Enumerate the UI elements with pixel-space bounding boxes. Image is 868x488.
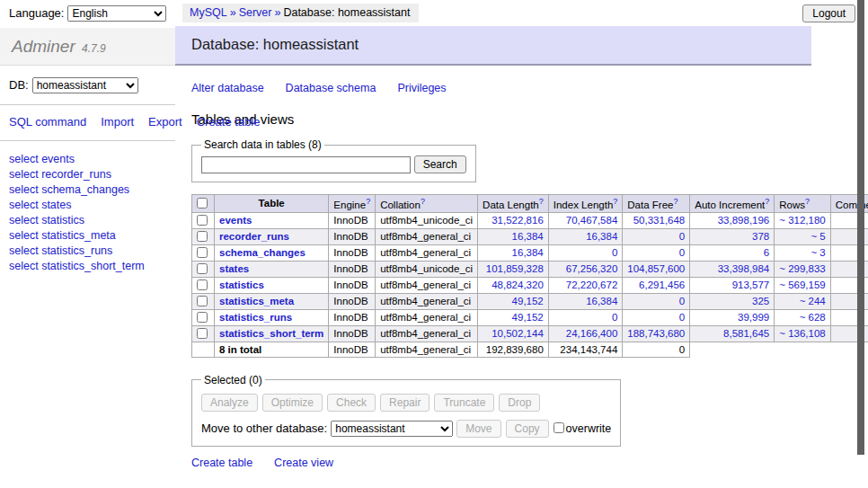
- help-link[interactable]: ?: [366, 197, 370, 206]
- auto-increment-link[interactable]: 6: [764, 247, 769, 258]
- table-name-link[interactable]: events: [219, 215, 252, 226]
- repair-button[interactable]: Repair: [380, 394, 430, 412]
- auto-increment-link[interactable]: 8,581,645: [723, 328, 769, 339]
- data-free-link[interactable]: 0: [679, 231, 685, 242]
- analyze-button[interactable]: Analyze: [201, 394, 258, 412]
- rows-link[interactable]: ~ 244: [800, 296, 826, 306]
- sidebar-table-link[interactable]: select statistics: [9, 214, 84, 226]
- sidebar-table-link[interactable]: select statistics_meta: [9, 229, 116, 242]
- data-length-link[interactable]: 49,152: [512, 296, 544, 306]
- overwrite-checkbox[interactable]: [554, 422, 564, 433]
- data-length-link[interactable]: 16,384: [512, 231, 544, 242]
- db-select[interactable]: homeassistant: [32, 77, 138, 93]
- help-link[interactable]: ?: [539, 197, 544, 206]
- data-free-link[interactable]: 50,331,648: [633, 215, 686, 226]
- index-length-link[interactable]: 16,384: [586, 231, 617, 242]
- row-checkbox[interactable]: [197, 279, 208, 290]
- auto-increment-link[interactable]: 33,898,196: [718, 215, 770, 226]
- search-input[interactable]: [201, 156, 411, 173]
- help-link[interactable]: ?: [765, 197, 769, 206]
- rows-link[interactable]: ~ 569,159: [779, 279, 825, 290]
- auto-increment-link[interactable]: 378: [752, 231, 769, 242]
- table-name-link[interactable]: statistics_short_term: [219, 328, 323, 339]
- data-free-link[interactable]: 104,857,600: [627, 263, 685, 274]
- create-table-link[interactable]: Create table: [191, 457, 252, 469]
- create-table-link-sidebar[interactable]: Create table: [197, 115, 261, 129]
- data-length-link[interactable]: 16,384: [512, 247, 544, 258]
- rows-link[interactable]: ~ 3: [810, 247, 825, 258]
- index-length-link[interactable]: 0: [612, 312, 617, 323]
- table-name-link[interactable]: statistics_meta: [219, 296, 294, 306]
- data-free-link[interactable]: 0: [679, 296, 685, 306]
- sidebar-table-link[interactable]: select schema_changes: [9, 183, 129, 196]
- table-name-link[interactable]: schema_changes: [219, 247, 306, 258]
- sidebar-table-link[interactable]: select states: [9, 199, 71, 211]
- table-name-link[interactable]: statistics_runs: [219, 312, 292, 323]
- auto-increment-link[interactable]: 913,577: [732, 279, 770, 290]
- data-free-link[interactable]: 188,743,680: [627, 328, 685, 339]
- row-checkbox[interactable]: [197, 328, 208, 339]
- auto-increment-link[interactable]: 39,999: [738, 312, 769, 323]
- sql-command-link[interactable]: SQL command: [9, 115, 86, 129]
- index-length-link[interactable]: 70,467,584: [566, 215, 618, 226]
- table-name-link[interactable]: states: [219, 263, 249, 274]
- alter-database-link[interactable]: Alter database: [191, 82, 264, 94]
- auto-increment-link[interactable]: 325: [752, 296, 769, 306]
- truncate-button[interactable]: Truncate: [434, 394, 494, 412]
- data-free-link[interactable]: 0: [679, 312, 685, 323]
- move-db-select[interactable]: homeassistant: [331, 421, 453, 437]
- data-length-link[interactable]: 31,522,816: [492, 215, 544, 226]
- rows-link[interactable]: ~ 299,833: [779, 263, 825, 274]
- table-name-link[interactable]: recorder_runs: [219, 231, 289, 242]
- row-checkbox[interactable]: [197, 231, 208, 242]
- index-length-link[interactable]: 67,256,320: [566, 263, 618, 274]
- data-free-link[interactable]: 6,291,456: [639, 279, 685, 290]
- row-checkbox[interactable]: [197, 296, 208, 306]
- row-checkbox[interactable]: [197, 312, 208, 323]
- index-length-link[interactable]: 16,384: [586, 296, 617, 306]
- language-select[interactable]: English: [67, 5, 166, 22]
- index-length-link[interactable]: 0: [612, 247, 617, 258]
- check-button[interactable]: Check: [327, 394, 376, 412]
- row-checkbox[interactable]: [197, 215, 208, 226]
- help-link[interactable]: ?: [421, 197, 425, 206]
- create-view-link[interactable]: Create view: [274, 457, 333, 469]
- data-length-link[interactable]: 101,859,328: [486, 263, 544, 274]
- copy-button[interactable]: Copy: [506, 420, 549, 438]
- rows-link[interactable]: ~ 628: [800, 312, 826, 323]
- rows-link[interactable]: ~ 312,180: [779, 215, 825, 226]
- move-button[interactable]: Move: [456, 420, 500, 438]
- data-length-link[interactable]: 10,502,144: [492, 328, 544, 339]
- sidebar-table-link[interactable]: select statistics_short_term: [9, 260, 145, 272]
- table-name-link[interactable]: statistics: [219, 279, 264, 290]
- rows-link[interactable]: ~ 136,108: [779, 328, 825, 339]
- rows-link[interactable]: ~ 5: [810, 231, 825, 242]
- sidebar-table-link[interactable]: select statistics_runs: [9, 244, 112, 257]
- logout-button[interactable]: Logout: [802, 4, 855, 22]
- sidebar-table-link[interactable]: select events: [9, 153, 75, 165]
- import-link[interactable]: Import: [101, 115, 134, 129]
- data-length-link[interactable]: 49,152: [512, 312, 544, 323]
- select-all-checkbox[interactable]: [197, 198, 208, 209]
- help-link[interactable]: ?: [805, 197, 810, 206]
- index-length-link[interactable]: 24,166,400: [566, 328, 618, 339]
- data-length-link[interactable]: 48,824,320: [492, 279, 544, 290]
- auto-increment-link[interactable]: 33,398,984: [718, 263, 770, 274]
- index-length-link[interactable]: 72,220,672: [566, 279, 618, 290]
- data-free-link[interactable]: 0: [679, 247, 685, 258]
- vertical-scrollbar-thumb[interactable]: [857, 0, 864, 455]
- export-link[interactable]: Export: [148, 115, 182, 129]
- drop-button[interactable]: Drop: [499, 394, 540, 412]
- optimize-button[interactable]: Optimize: [262, 394, 323, 412]
- sidebar-table-link[interactable]: select recorder_runs: [9, 168, 111, 181]
- help-link[interactable]: ?: [613, 197, 617, 206]
- column-header-label: Auto Increment: [695, 200, 765, 210]
- privileges-link[interactable]: Privileges: [397, 82, 446, 94]
- search-button[interactable]: Search: [414, 155, 466, 173]
- row-checkbox[interactable]: [197, 263, 208, 274]
- database-schema-link[interactable]: Database schema: [286, 82, 376, 94]
- row-checkbox[interactable]: [197, 247, 208, 258]
- breadcrumb-mysql-link[interactable]: MySQL: [190, 6, 227, 19]
- breadcrumb-server-link[interactable]: Server: [239, 6, 272, 19]
- help-link[interactable]: ?: [673, 197, 678, 206]
